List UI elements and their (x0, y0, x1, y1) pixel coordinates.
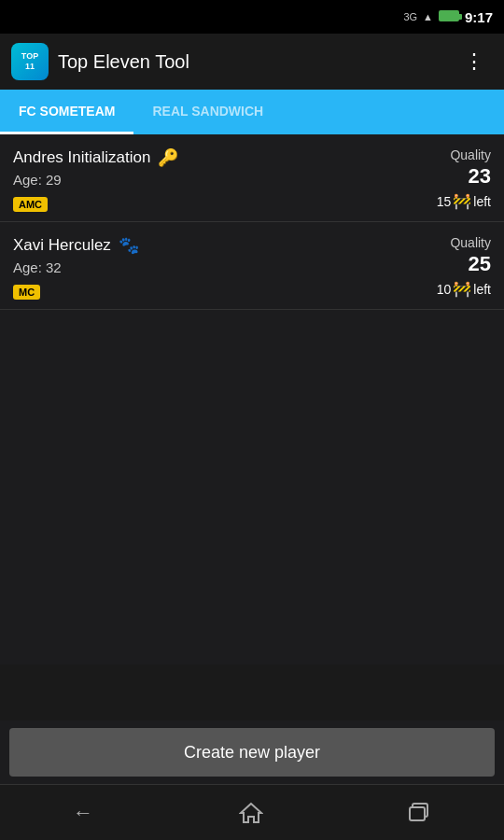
tokens-left-row: 15 🚧 left (407, 192, 491, 210)
tokens-count: 10 (437, 282, 452, 297)
svg-rect-2 (410, 807, 425, 820)
tab-bar: FC SOMETEAM REAL SANDWICH (0, 90, 504, 134)
player-row[interactable]: Andres Initialization 🔑 Age: 29 AMC Qual… (0, 134, 504, 222)
cone-icon: 🚧 (453, 280, 471, 298)
player-row[interactable]: Xavi Herculez 🐾 Age: 32 MC Quality 25 10… (0, 222, 504, 310)
player-name-row: Xavi Herculez 🐾 (13, 235, 407, 256)
player-name-row: Andres Initialization 🔑 (13, 147, 407, 168)
svg-marker-0 (241, 804, 261, 822)
quality-label: Quality (407, 235, 491, 250)
time-display: 9:17 (465, 9, 493, 25)
player-age: Age: 32 (13, 259, 407, 275)
player-stats-right: Quality 25 10 🚧 left (407, 235, 491, 298)
signal-bars: ▲ (423, 11, 433, 22)
position-badge: AMC (13, 197, 48, 212)
tab-fc-someteam[interactable]: FC SOMETEAM (0, 90, 133, 134)
nav-bar: ← (0, 784, 504, 840)
quality-value: 25 (407, 252, 491, 276)
status-bar: 3G ▲ 9:17 (0, 0, 504, 34)
quality-value: 23 (407, 164, 491, 189)
player-stats-right: Quality 23 15 🚧 left (407, 147, 491, 210)
battery-icon (439, 10, 459, 24)
player-name: Xavi Herculez (13, 236, 111, 255)
player-name-icon: 🔑 (158, 147, 178, 168)
tokens-left-row: 10 🚧 left (407, 280, 491, 298)
player-info-left: Xavi Herculez 🐾 Age: 32 MC (13, 235, 407, 300)
cone-icon: 🚧 (453, 192, 471, 210)
tab-real-sandwich[interactable]: REAL SANDWICH (133, 90, 282, 134)
create-button-bar: Create new player (0, 721, 504, 784)
player-info-left: Andres Initialization 🔑 Age: 29 AMC (13, 147, 407, 212)
empty-content-area (0, 310, 504, 665)
create-new-player-button[interactable]: Create new player (9, 728, 495, 777)
tokens-left-label: left (473, 282, 491, 297)
app-logo: TOP11 (11, 43, 49, 80)
player-list: Andres Initialization 🔑 Age: 29 AMC Qual… (0, 134, 504, 310)
recents-button[interactable] (390, 795, 450, 831)
tokens-count: 15 (437, 194, 452, 209)
player-age: Age: 29 (13, 172, 407, 188)
player-name: Andres Initialization (13, 148, 150, 167)
quality-label: Quality (407, 147, 491, 162)
back-button[interactable]: ← (54, 793, 112, 833)
home-icon (239, 802, 263, 824)
app-title: Top Eleven Tool (58, 51, 447, 73)
app-bar: TOP11 Top Eleven Tool ⋮ (0, 34, 504, 90)
back-icon: ← (73, 801, 93, 825)
home-button[interactable] (220, 794, 282, 832)
player-name-icon: 🐾 (119, 235, 139, 256)
overflow-menu-button[interactable]: ⋮ (456, 46, 493, 77)
tokens-left-label: left (473, 194, 491, 209)
recents-icon (409, 803, 431, 823)
signal-icon: 3G (403, 11, 417, 22)
position-badge: MC (13, 285, 40, 300)
